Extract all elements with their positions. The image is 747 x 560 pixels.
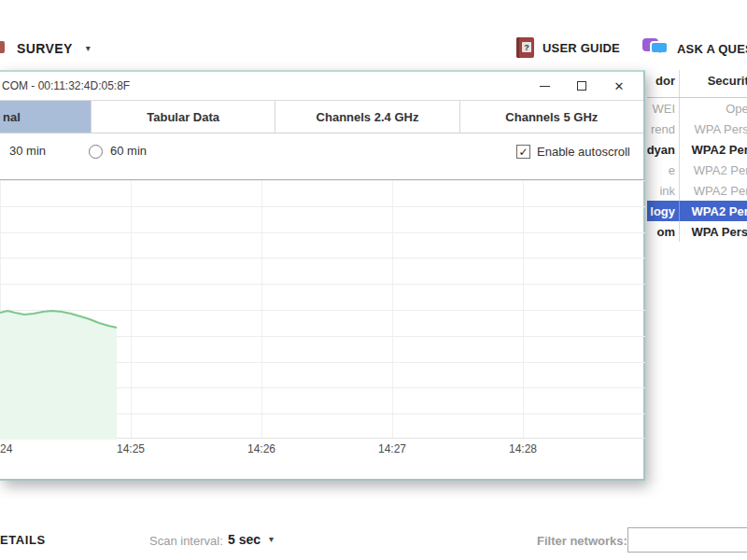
cell-security: WPA Perso <box>680 119 747 139</box>
cell-security: WPA2 Pers <box>680 160 747 180</box>
chart-controls-row: 30 min 60 min ✓ Enable autoscroll <box>0 134 643 177</box>
top-bar: SURVEY ▾ ? USER GUIDE ASK A QUESTI <box>0 0 747 70</box>
cell-vendor: e <box>647 160 680 180</box>
table-header-row: dor Security <box>647 70 747 98</box>
time-range-60min-radio[interactable] <box>89 145 103 159</box>
dialog-tabs: nal Tabular Data Channels 2.4 GHz Channe… <box>0 100 643 133</box>
table-row[interactable]: WEIOpen <box>647 98 747 119</box>
scan-interval-select[interactable]: 5 sec <box>228 532 261 547</box>
cell-vendor: logy <box>647 201 680 221</box>
column-header-vendor[interactable]: dor <box>647 70 680 97</box>
table-row[interactable]: rendWPA Perso <box>647 119 747 139</box>
ask-question-button[interactable]: ASK A QUESTI <box>642 37 747 60</box>
tab-signal[interactable]: nal <box>0 101 91 133</box>
tab-channels-24ghz[interactable]: Channels 2.4 GHz <box>275 101 458 133</box>
table-body: WEIOpenrendWPA PersodyanWPA2 PerseWPA2 P… <box>647 98 747 242</box>
book-icon: ? <box>516 37 534 58</box>
ask-question-label: ASK A QUESTI <box>677 42 747 56</box>
app-icon-sliver <box>0 41 5 53</box>
filter-networks-input[interactable] <box>627 527 747 553</box>
x-tick-label: 14:27 <box>378 442 406 455</box>
table-row[interactable]: omWPA Perso <box>647 221 747 242</box>
check-icon: ✓ <box>518 147 528 158</box>
cell-vendor: WEI <box>647 98 680 119</box>
table-row[interactable]: dyanWPA2 Pers <box>647 139 747 160</box>
chevron-down-icon[interactable]: ▾ <box>269 535 274 544</box>
window-controls: ✕ <box>526 72 638 100</box>
scan-interval-label: Scan interval: <box>149 534 223 548</box>
chart-x-axis: 2414:2514:2614:2714:28 <box>0 442 645 457</box>
maximize-button[interactable] <box>563 72 600 100</box>
cell-vendor: dyan <box>647 139 680 160</box>
user-guide-button[interactable]: ? USER GUIDE <box>516 37 620 58</box>
cell-security: Open <box>680 98 747 119</box>
cell-vendor: om <box>647 221 680 242</box>
x-tick-label: 24 <box>0 442 12 455</box>
survey-label: SURVEY <box>17 41 73 56</box>
cell-security: WPA2 Pers <box>680 139 747 160</box>
close-icon: ✕ <box>614 80 625 92</box>
minimize-icon <box>540 86 550 87</box>
survey-menu[interactable]: SURVEY ▾ <box>17 41 91 56</box>
filter-networks-label: Filter networks: <box>537 534 627 548</box>
chevron-down-icon: ▾ <box>86 44 91 53</box>
networks-table: dor Security WEIOpenrendWPA PersodyanWPA… <box>647 70 747 249</box>
autoscroll-checkbox[interactable]: ✓ <box>516 145 530 159</box>
time-range-30min-label[interactable]: 30 min <box>9 144 46 158</box>
tab-channels-5ghz[interactable]: Channels 5 GHz <box>459 101 643 133</box>
time-range-60min-label[interactable]: 60 min <box>110 144 147 158</box>
table-row[interactable]: eWPA2 Pers <box>647 160 747 180</box>
dialog-title: COM - 00:11:32:4D:05:8F <box>0 79 130 92</box>
cell-security: WPA Perso <box>680 221 747 242</box>
user-guide-label: USER GUIDE <box>543 41 620 55</box>
tab-tabular-data[interactable]: Tabular Data <box>91 101 275 133</box>
minimize-button[interactable] <box>526 72 563 100</box>
cell-security: WPA2 Pers <box>680 180 747 201</box>
cell-vendor: rend <box>647 119 680 139</box>
chat-bubbles-icon <box>642 37 670 60</box>
signal-detail-dialog: COM - 00:11:32:4D:05:8F ✕ nal Tabular Da… <box>0 70 645 481</box>
table-row[interactable]: logyWPA2 Pers <box>647 201 747 221</box>
x-tick-label: 14:25 <box>117 442 145 455</box>
table-row[interactable]: inkWPA2 Pers <box>647 180 747 201</box>
details-toggle[interactable]: ETAILS <box>0 533 46 547</box>
dialog-titlebar[interactable]: COM - 00:11:32:4D:05:8F ✕ <box>0 72 643 100</box>
bottom-bar: ETAILS Scan interval: 5 sec ▾ Filter net… <box>0 518 747 560</box>
question-mark-icon: ? <box>522 42 531 52</box>
maximize-icon <box>577 81 586 91</box>
cell-security: WPA2 Pers <box>680 201 747 221</box>
signal-series <box>0 180 645 440</box>
app-screen: SURVEY ▾ ? USER GUIDE ASK A QUESTI dor S… <box>0 0 747 560</box>
x-tick-label: 14:26 <box>247 442 275 455</box>
x-tick-label: 14:28 <box>509 442 537 455</box>
column-header-security[interactable]: Security <box>680 70 747 97</box>
close-button[interactable]: ✕ <box>600 72 638 100</box>
cell-vendor: ink <box>647 180 680 201</box>
autoscroll-label: Enable autoscroll <box>537 145 630 159</box>
signal-chart <box>0 179 645 439</box>
